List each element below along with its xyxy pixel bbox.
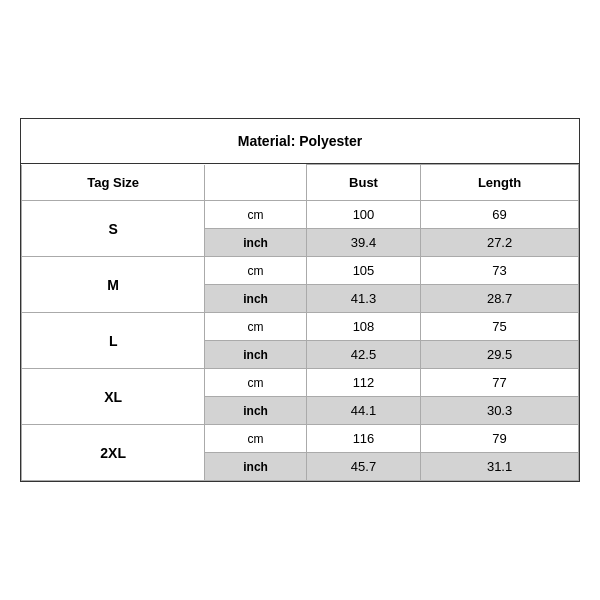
chart-title: Material: Polyester	[21, 119, 579, 164]
header-bust: Bust	[306, 165, 420, 201]
unit-inch-cell: inch	[205, 341, 307, 369]
bust-cm-cell: 105	[306, 257, 420, 285]
length-inch-cell: 31.1	[421, 453, 579, 481]
bust-inch-cell: 45.7	[306, 453, 420, 481]
unit-inch-cell: inch	[205, 453, 307, 481]
unit-inch-cell: inch	[205, 229, 307, 257]
table-row: 2XLcm11679	[22, 425, 579, 453]
bust-inch-cell: 39.4	[306, 229, 420, 257]
header-length: Length	[421, 165, 579, 201]
table-row: Mcm10573	[22, 257, 579, 285]
length-inch-cell: 27.2	[421, 229, 579, 257]
length-cm-cell: 75	[421, 313, 579, 341]
size-cell: L	[22, 313, 205, 369]
size-cell: M	[22, 257, 205, 313]
bust-cm-cell: 108	[306, 313, 420, 341]
unit-inch-cell: inch	[205, 285, 307, 313]
unit-cm-cell: cm	[205, 369, 307, 397]
table-row: Scm10069	[22, 201, 579, 229]
unit-cm-cell: cm	[205, 313, 307, 341]
size-cell: XL	[22, 369, 205, 425]
size-cell: S	[22, 201, 205, 257]
size-cell: 2XL	[22, 425, 205, 481]
length-cm-cell: 79	[421, 425, 579, 453]
bust-inch-cell: 44.1	[306, 397, 420, 425]
bust-cm-cell: 112	[306, 369, 420, 397]
size-table: Tag Size Bust Length Scm10069inch39.427.…	[21, 164, 579, 481]
length-inch-cell: 30.3	[421, 397, 579, 425]
size-chart: Material: Polyester Tag Size Bust Length…	[20, 118, 580, 482]
bust-inch-cell: 41.3	[306, 285, 420, 313]
table-row: Lcm10875	[22, 313, 579, 341]
bust-cm-cell: 116	[306, 425, 420, 453]
length-inch-cell: 28.7	[421, 285, 579, 313]
length-cm-cell: 73	[421, 257, 579, 285]
length-cm-cell: 69	[421, 201, 579, 229]
table-row: XLcm11277	[22, 369, 579, 397]
bust-inch-cell: 42.5	[306, 341, 420, 369]
length-cm-cell: 77	[421, 369, 579, 397]
header-tag-size: Tag Size	[22, 165, 205, 201]
unit-cm-cell: cm	[205, 257, 307, 285]
unit-inch-cell: inch	[205, 397, 307, 425]
unit-cm-cell: cm	[205, 201, 307, 229]
unit-cm-cell: cm	[205, 425, 307, 453]
bust-cm-cell: 100	[306, 201, 420, 229]
header-unit	[205, 165, 307, 201]
length-inch-cell: 29.5	[421, 341, 579, 369]
